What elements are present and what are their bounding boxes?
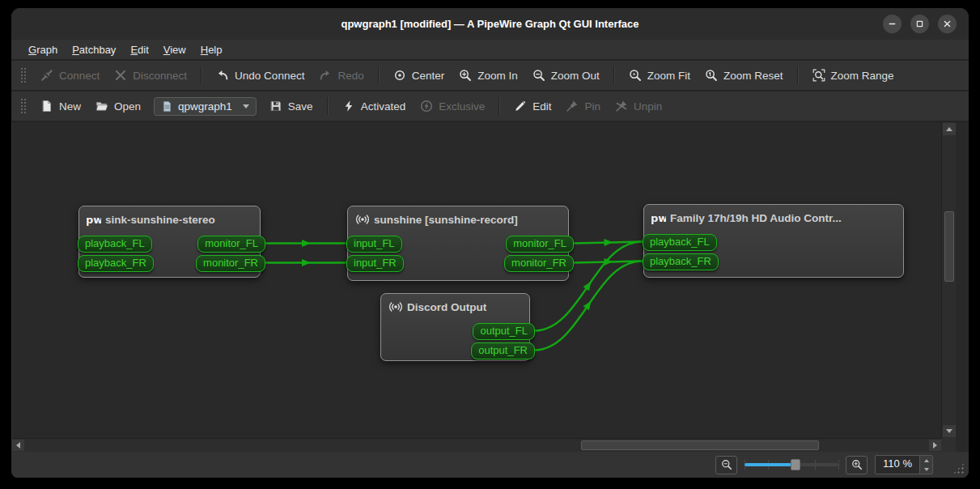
vertical-scroll-thumb[interactable]: [944, 211, 954, 282]
horizontal-scrollbar[interactable]: [12, 438, 941, 452]
zoom-slider-handle[interactable]: [791, 459, 800, 470]
unpin-icon: [615, 100, 628, 113]
pipewire-icon: pw: [87, 212, 101, 227]
stream-icon: [355, 212, 370, 227]
menu-help[interactable]: Help: [193, 42, 230, 57]
toolbar-separator: [327, 97, 329, 115]
port-monitor_FL[interactable]: monitor_FL: [197, 236, 265, 253]
menubar: GraphPatchbayEditViewHelp: [11, 40, 969, 61]
port-playback_FR[interactable]: playback_FR: [643, 253, 719, 270]
zoom-slider[interactable]: [745, 457, 838, 472]
desktop-background: qpwgraph1 [modified] — A PipeWire Graph …: [0, 0, 980, 489]
maximize-button[interactable]: [910, 15, 929, 33]
port-playback_FL[interactable]: playback_FL: [78, 236, 152, 253]
graph-node-discord[interactable]: Discord Outputoutput_FLoutput_FR: [380, 293, 530, 361]
scrollbar-corner: [941, 438, 956, 452]
redo-button: Redo: [312, 65, 371, 86]
zoom-fit-button[interactable]: Zoom Fit: [622, 65, 698, 86]
pin-button: Pin: [558, 96, 608, 117]
open-label: Open: [114, 100, 141, 113]
pin-label: Pin: [584, 100, 600, 113]
port-input_FL[interactable]: input_FL: [346, 236, 402, 253]
undo-icon: [216, 69, 229, 82]
menu-graph[interactable]: Graph: [21, 42, 65, 57]
zoom-spinbox[interactable]: 110 %: [875, 455, 933, 474]
minimize-icon: [886, 18, 898, 30]
toolbar-main: ConnectDisconnectUndo ConnectRedoCenterZ…: [11, 61, 969, 91]
titlebar[interactable]: qpwgraph1 [modified] — A PipeWire Graph …: [11, 8, 969, 40]
scroll-up-button[interactable]: [943, 123, 956, 135]
menu-patchbay[interactable]: Patchbay: [65, 42, 123, 57]
slider-tick: [815, 460, 816, 470]
node-title: sunshine [sunshine-record]: [374, 214, 518, 226]
port-input_FR[interactable]: input_FR: [346, 255, 404, 272]
activated-button[interactable]: Activated: [335, 96, 414, 117]
zoom-out-button[interactable]: Zoom Out: [525, 65, 607, 86]
node-title: Family 17h/19h HD Audio Contr...: [670, 212, 842, 224]
center-label: Center: [412, 70, 445, 82]
scroll-down-button[interactable]: [943, 425, 956, 437]
redo-label: Redo: [337, 70, 363, 82]
menu-edit[interactable]: Edit: [123, 42, 155, 57]
toolbar-separator: [613, 66, 615, 84]
zoom-fit-icon: [629, 69, 642, 82]
resize-grip-icon[interactable]: [952, 462, 965, 474]
zoom-range-button[interactable]: Zoom Range: [805, 65, 902, 86]
port-monitor_FR[interactable]: monitor_FR: [504, 255, 574, 272]
undo-connect-button[interactable]: Undo Connect: [209, 65, 312, 86]
scroll-right-button[interactable]: [929, 440, 941, 451]
port-output_FL[interactable]: output_FL: [473, 323, 535, 340]
window-controls: [883, 15, 957, 33]
wire-arrow-icon: [302, 259, 311, 266]
open-icon: [95, 100, 108, 113]
pin-icon: [566, 100, 579, 113]
port-playback_FR[interactable]: playback_FR: [78, 255, 154, 272]
zoom-in-icon: [459, 69, 472, 82]
statusbar: 110 %: [11, 452, 969, 478]
port-monitor_FR[interactable]: monitor_FR: [196, 255, 265, 272]
toolbar-drag-handle[interactable]: [20, 98, 26, 114]
new-icon: [40, 100, 53, 113]
activated-label: Activated: [361, 100, 406, 113]
unpin-button: Unpin: [608, 96, 669, 117]
minimize-button[interactable]: [883, 15, 902, 33]
maximize-icon: [914, 18, 926, 30]
zoom-value: 110 %: [876, 456, 919, 474]
center-button[interactable]: Center: [386, 65, 452, 86]
graph-canvas[interactable]: pwsink-sunshine-stereoplayback_FLplaybac…: [12, 122, 941, 438]
zoom-in-button[interactable]: [846, 456, 868, 474]
zoom-range-label: Zoom Range: [831, 70, 894, 82]
save-label: Save: [288, 100, 313, 113]
zoom-spin-up-button[interactable]: [920, 456, 932, 465]
wire-arrow-icon: [583, 301, 592, 311]
port-playback_FL[interactable]: playback_FL: [643, 234, 717, 251]
zoom-in-button[interactable]: Zoom In: [452, 65, 525, 86]
scroll-left-button[interactable]: [12, 440, 24, 451]
toolbar-drag-handle[interactable]: [20, 67, 26, 83]
node-title: sink-sunshine-stereo: [105, 214, 215, 226]
vertical-scrollbar[interactable]: [941, 122, 956, 438]
port-output_FR[interactable]: output_FR: [471, 342, 535, 359]
zoom-reset-button[interactable]: Zoom Reset: [698, 65, 791, 86]
activated-icon: [342, 100, 355, 113]
horizontal-scroll-thumb[interactable]: [581, 440, 819, 450]
graph-node-sink[interactable]: pwsink-sunshine-stereoplayback_FLplaybac…: [78, 206, 261, 278]
open-button[interactable]: Open: [88, 96, 148, 117]
menu-view[interactable]: View: [156, 42, 193, 57]
patchbay-file-combobox[interactable]: qpwgraph1: [154, 97, 257, 116]
zoom-in-label: Zoom In: [477, 70, 518, 82]
zoom-spin-down-button[interactable]: [920, 465, 932, 474]
toolbar-separator: [201, 66, 202, 84]
zoom-out-label: Zoom Out: [551, 70, 600, 82]
close-icon: [941, 18, 953, 30]
graph-node-sunshine[interactable]: sunshine [sunshine-record]input_FLinput_…: [347, 206, 569, 281]
close-button[interactable]: [938, 15, 957, 33]
graph-node-family[interactable]: pwFamily 17h/19h HD Audio Contr...playba…: [643, 204, 904, 278]
port-monitor_FL[interactable]: monitor_FL: [506, 236, 574, 253]
save-button[interactable]: Save: [262, 96, 320, 117]
exclusive-icon: [420, 100, 433, 113]
zoom-out-button[interactable]: [715, 456, 737, 474]
wire-arrow-icon: [604, 239, 613, 246]
edit-button[interactable]: Edit: [507, 96, 558, 117]
new-button[interactable]: New: [33, 96, 88, 117]
